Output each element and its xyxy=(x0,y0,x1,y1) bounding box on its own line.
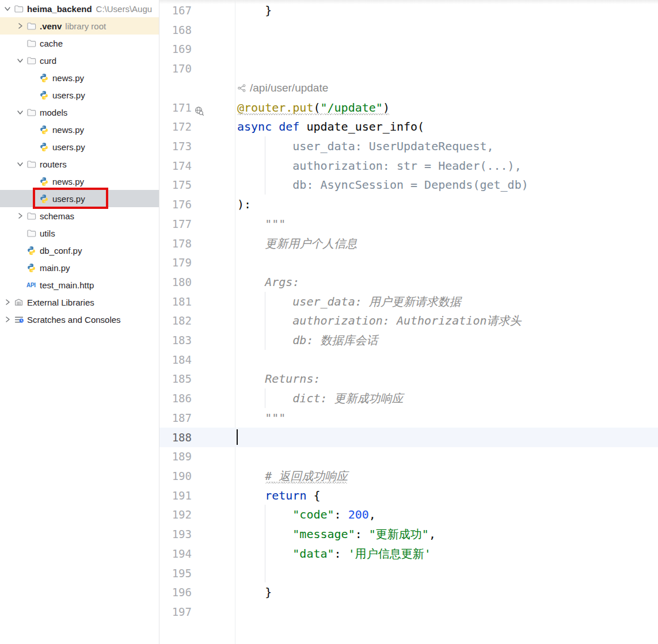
gutter-line-number[interactable]: 172 xyxy=(159,117,192,136)
code-line-181[interactable]: 181 user_data: 用户更新请求数据 xyxy=(159,292,658,311)
gutter-line-number[interactable]: 179 xyxy=(159,253,192,272)
code-line-179[interactable]: 179 xyxy=(159,253,658,272)
gutter-line-number[interactable]: 191 xyxy=(159,486,192,505)
gutter-line-number[interactable]: 174 xyxy=(159,156,192,176)
gutter-line-number[interactable]: 197 xyxy=(159,602,192,622)
chevron-spacer xyxy=(14,244,26,257)
endpoint-globe-search-icon[interactable] xyxy=(194,102,204,113)
gutter-line-number[interactable]: 196 xyxy=(159,582,192,602)
tree-item-models[interactable]: models xyxy=(0,104,159,121)
code-line-186[interactable]: 186 dict: 更新成功响应 xyxy=(159,388,658,408)
gutter-line-number[interactable]: 186 xyxy=(159,388,192,408)
code-line-190[interactable]: 190 # 返回成功响应 xyxy=(159,466,658,486)
gutter-line-number[interactable]: 190 xyxy=(159,466,192,486)
tree-item-routers-news-py[interactable]: news.py xyxy=(0,173,159,190)
code-line-182[interactable]: 182 authorization: Authorization请求头 xyxy=(159,311,658,330)
gutter-line-number[interactable]: 194 xyxy=(159,544,192,563)
code-text: db: 数据库会话 xyxy=(237,330,378,350)
tree-item-test-main-http[interactable]: APItest_main.http xyxy=(0,276,159,294)
gutter-line-number[interactable]: 183 xyxy=(159,330,192,350)
tree-item-scratches-consoles[interactable]: Scratches and Consoles xyxy=(0,311,159,328)
code-line-178[interactable]: 178 更新用户个人信息 xyxy=(159,234,658,253)
gutter-line-number[interactable]: 175 xyxy=(159,175,192,195)
code-line-187[interactable]: 187 """ xyxy=(159,408,658,428)
code-line-184[interactable]: 184 xyxy=(159,350,658,369)
code-line-192[interactable]: 192 "code": 200, xyxy=(159,505,658,524)
gutter-line-number[interactable]: 193 xyxy=(159,524,192,544)
gutter-line-number[interactable]: 176 xyxy=(159,195,192,214)
chevron-right-icon[interactable] xyxy=(1,296,14,308)
code-line-172[interactable]: 172async def update_user_info( xyxy=(159,117,658,136)
code-line-180[interactable]: 180 Args: xyxy=(159,272,658,292)
code-line-185[interactable]: 185 Returns: xyxy=(159,369,658,388)
editor-pane[interactable]: 167 }168169170/api/user/update171@router… xyxy=(159,0,658,644)
gutter-line-number[interactable]: 168 xyxy=(159,20,192,40)
code-line-168[interactable]: 168 xyxy=(159,20,658,40)
endpoint-inlay-row[interactable]: /api/user/update xyxy=(159,78,658,98)
gutter-line-number[interactable]: 173 xyxy=(159,136,192,156)
chevron-down-icon[interactable] xyxy=(14,54,26,67)
chevron-spacer xyxy=(26,123,39,136)
folder-icon xyxy=(26,210,39,222)
code-line-175[interactable]: 175 db: AsyncSession = Depends(get_db) xyxy=(159,175,658,195)
code-line-171[interactable]: 171@router.put("/update") xyxy=(159,98,658,117)
python-file-icon xyxy=(26,262,39,273)
gutter-line-number[interactable]: 185 xyxy=(159,369,192,388)
code-line-191[interactable]: 191 return { xyxy=(159,486,658,505)
tree-item-cache[interactable]: cache xyxy=(0,35,159,52)
gutter-line-number[interactable]: 171 xyxy=(159,98,192,117)
code-line-183[interactable]: 183 db: 数据库会话 xyxy=(159,330,658,350)
tree-item-curd[interactable]: curd xyxy=(0,52,159,69)
tree-item-heima-backend-root[interactable]: heima_backendC:\Users\Augu xyxy=(0,0,159,17)
code-line-194[interactable]: 194 "data": '用户信息更新' xyxy=(159,544,658,563)
chevron-down-icon[interactable] xyxy=(14,106,26,119)
tree-item-venv[interactable]: .venvlibrary root xyxy=(0,17,159,35)
tree-item-curd-news-py[interactable]: news.py xyxy=(0,69,159,86)
tree-item-main-py[interactable]: main.py xyxy=(0,259,159,276)
gutter-line-number[interactable]: 181 xyxy=(159,292,192,311)
tree-item-utils[interactable]: utils xyxy=(0,224,159,242)
tree-item-curd-users-py[interactable]: users.py xyxy=(0,86,159,104)
code-line-189[interactable]: 189 xyxy=(159,447,658,466)
code-line-196[interactable]: 196 } xyxy=(159,582,658,602)
chevron-down-icon[interactable] xyxy=(14,158,26,170)
gutter-line-number[interactable]: 182 xyxy=(159,311,192,330)
tree-item-routers-users-py[interactable]: users.py xyxy=(0,190,159,207)
gutter-line-number[interactable]: 178 xyxy=(159,234,192,253)
gutter-line-number[interactable]: 170 xyxy=(159,59,192,78)
code-line-176[interactable]: 176): xyxy=(159,195,658,214)
tree-item-routers[interactable]: routers xyxy=(0,155,159,173)
code-line-193[interactable]: 193 "message": "更新成功", xyxy=(159,524,658,544)
python-file-icon xyxy=(26,245,39,256)
code-line-195[interactable]: 195 xyxy=(159,563,658,583)
gutter-line-number[interactable]: 192 xyxy=(159,505,192,524)
chevron-right-icon[interactable] xyxy=(1,313,14,326)
folder-icon xyxy=(26,158,39,170)
code-line-188[interactable]: 188 xyxy=(159,428,658,447)
code-line-169[interactable]: 169 xyxy=(159,39,658,59)
code-line-173[interactable]: 173 user_data: UserUpdateRequest, xyxy=(159,136,658,156)
tree-item-label: models xyxy=(40,108,67,117)
code-line-177[interactable]: 177 """ xyxy=(159,214,658,234)
endpoint-url-inlay-hint[interactable]: /api/user/update xyxy=(237,78,328,98)
gutter-line-number[interactable]: 195 xyxy=(159,563,192,583)
chevron-right-icon[interactable] xyxy=(14,209,26,222)
code-line-174[interactable]: 174 authorization: str = Header(...), xyxy=(159,156,658,176)
gutter-line-number[interactable]: 189 xyxy=(159,447,192,466)
tree-item-label: External Libraries xyxy=(27,298,94,307)
gutter-line-number[interactable]: 184 xyxy=(159,350,192,369)
tree-item-external-libraries[interactable]: External Libraries xyxy=(0,294,159,311)
tree-item-db-conf-py[interactable]: db_conf.py xyxy=(0,242,159,259)
chevron-down-icon[interactable] xyxy=(1,2,14,15)
code-line-170[interactable]: 170 xyxy=(159,59,658,78)
tree-item-schemas[interactable]: schemas xyxy=(0,207,159,224)
code-line-197[interactable]: 197 xyxy=(159,602,658,622)
tree-item-models-users-py[interactable]: users.py xyxy=(0,138,159,155)
gutter-line-number[interactable]: 188 xyxy=(159,428,192,447)
tree-item-models-news-py[interactable]: news.py xyxy=(0,121,159,138)
gutter-line-number[interactable]: 169 xyxy=(159,39,192,59)
gutter-line-number[interactable]: 187 xyxy=(159,408,192,428)
gutter-line-number[interactable]: 177 xyxy=(159,214,192,234)
chevron-right-icon[interactable] xyxy=(14,20,26,32)
gutter-line-number[interactable]: 180 xyxy=(159,272,192,292)
